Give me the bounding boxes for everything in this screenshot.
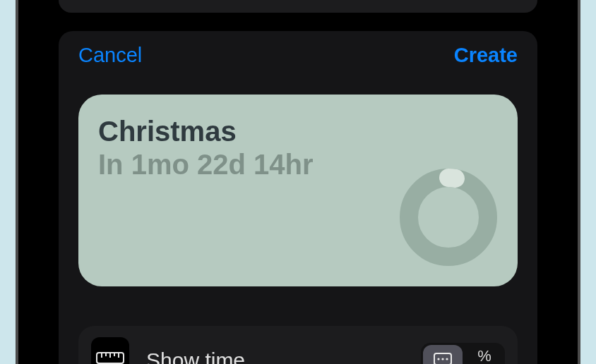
screen: Cancel Create Christmas In 1mo 22d 14hr [31, 0, 565, 364]
cancel-button[interactable]: Cancel [78, 44, 142, 67]
segment-percent[interactable]: % [464, 343, 505, 364]
ruler-icon [96, 352, 124, 364]
modal-sheet: Cancel Create Christmas In 1mo 22d 14hr [59, 31, 537, 364]
svg-point-9 [437, 358, 439, 360]
nav-bar: Cancel Create [59, 31, 537, 69]
phone-frame: Cancel Create Christmas In 1mo 22d 14hr [16, 0, 580, 364]
show-time-segmented-control[interactable]: % [421, 343, 505, 364]
show-time-label: Show time [146, 350, 421, 364]
calendar-icon [433, 351, 453, 364]
create-button[interactable]: Create [454, 44, 518, 67]
widget-title: Christmas [98, 116, 498, 147]
show-time-row: Show time % [78, 326, 518, 364]
svg-point-0 [409, 178, 488, 257]
show-time-icon-box [91, 337, 129, 364]
svg-point-11 [446, 358, 448, 360]
segment-time[interactable] [423, 345, 463, 364]
svg-point-10 [441, 358, 443, 360]
countdown-widget-preview[interactable]: Christmas In 1mo 22d 14hr [78, 95, 518, 286]
background-sheet-hint [59, 0, 537, 13]
progress-ring-icon [396, 165, 501, 269]
